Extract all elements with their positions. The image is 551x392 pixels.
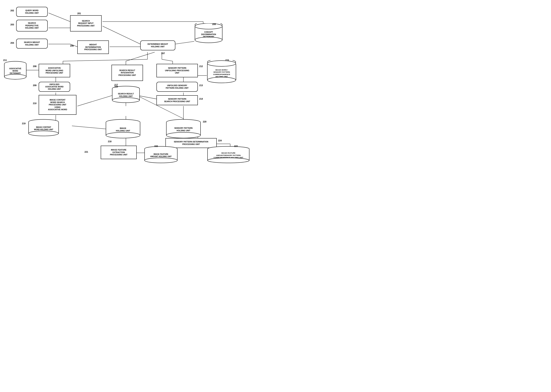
node-216: SEARCH RESULT HOLDING UNIT: [112, 85, 140, 103]
node-211: ASSOCIATIVE WORD DICTIONARY: [4, 60, 27, 80]
node-217: SEARCH RESULT INTEGRATION PROCESSING UNI…: [112, 65, 143, 81]
label-220: 220: [203, 120, 206, 123]
node-213: UNFOLDED SENSORY PATTERN HOLDING UNIT: [156, 82, 198, 92]
label-201: 201: [77, 12, 81, 15]
svg-line-10: [63, 59, 147, 61]
node-208: ASSOCIATIVE WORD UNFOLDING PROCESSING UN…: [39, 64, 70, 77]
label-215: 215: [225, 59, 229, 62]
label-202: 202: [10, 9, 14, 12]
svg-line-13: [162, 59, 173, 61]
node-214: SENSORY PATTERN SEARCH PROCESSING UNIT: [156, 95, 198, 105]
diagram: QUERY WORD HOLDING UNIT 202 SEARCH PERSP…: [0, 0, 276, 196]
svg-point-82: [145, 158, 177, 163]
label-218: 218: [108, 140, 112, 143]
label-205: 205: [212, 23, 216, 26]
svg-line-0: [49, 13, 70, 21]
svg-line-15: [126, 52, 155, 61]
label-209: 209: [33, 84, 36, 87]
svg-point-57: [207, 61, 236, 66]
label-216: 216: [114, 85, 118, 88]
label-214: 214: [199, 98, 203, 100]
node-220: SENSORY PATTERN HOLDING UNIT: [165, 119, 202, 139]
label-204: 204: [10, 42, 14, 44]
label-206: 206: [70, 45, 74, 47]
node-209: UNFOLDED ASSOCIATIVE WORD HOLDING UNIT: [39, 82, 70, 92]
node-201: SEARCH REQUEST INPUT PROCESSING UNIT: [70, 15, 102, 31]
label-224: 224: [218, 139, 222, 142]
label-219: 219: [22, 122, 26, 125]
label-211: 211: [3, 59, 7, 62]
label-222: 222: [154, 145, 158, 147]
label-221: 221: [84, 151, 88, 153]
label-203: 203: [10, 23, 14, 26]
node-207: DETERMINED WEIGHT HOLDING UNIT: [140, 41, 175, 50]
svg-point-45: [195, 23, 222, 29]
label-210: 210: [33, 102, 36, 105]
node-218: IMAGE HOLDING UNIT: [105, 119, 141, 139]
node-222: IMAGE FEATURE AMOUNT HOLDING UNIT: [144, 146, 178, 164]
node-206: WEIGHT DETERMINATION PROCESSING UNIT: [77, 41, 109, 54]
label-223: 223: [234, 145, 238, 147]
node-205: CONCEPT DISCRIMINATION DICTIONARY: [194, 23, 223, 43]
node-212: SENSORY PATTERN UNFOLDING PROCESSING UNI…: [156, 64, 198, 77]
svg-point-77: [166, 132, 201, 138]
label-213: 213: [199, 84, 203, 87]
label-207: 207: [161, 52, 165, 55]
label-212: 212: [199, 65, 203, 68]
node-202: QUERY WORD HOLDING UNIT: [16, 7, 48, 17]
svg-point-72: [106, 132, 140, 138]
label-208: 208: [33, 65, 36, 68]
node-219: IMAGE CONTENT WORD HOLDING UNIT: [28, 119, 59, 137]
node-203: SEARCH PERSPECTIVE HOLDING UNIT: [16, 20, 48, 31]
svg-point-62: [112, 98, 139, 103]
node-223: IMAGE FEATURE AMOUNT/SENSORY PATTERN COR…: [207, 146, 250, 164]
node-204: SEARCH WEIGHT HOLDING UNIT: [16, 39, 48, 49]
svg-point-67: [28, 131, 58, 136]
node-221: IMAGE FEATURE EXTRACTION PROCESSING UNIT: [101, 146, 137, 159]
node-215: IMAGE WORD / SENSORY PATTERN CORRESPONDE…: [207, 60, 237, 84]
node-210: IMAGE CONTENT WORD SEARCH PROCESSING UNI…: [39, 95, 77, 115]
